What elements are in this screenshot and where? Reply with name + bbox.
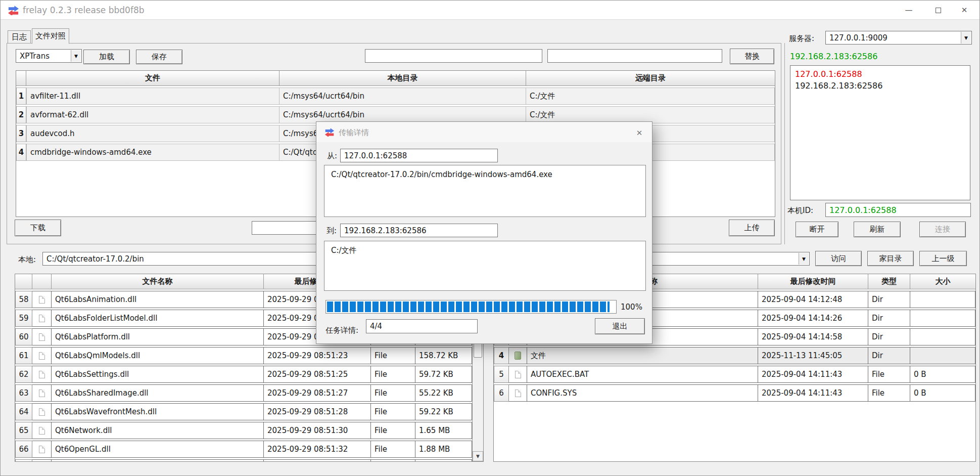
cell-modified[interactable]: 2025-09-04 14:14:26 — [758, 310, 868, 327]
table-row-selected[interactable]: 4 文件 2025-11-13 11:45:05 Dir — [494, 347, 975, 364]
table-row[interactable]: 6 CONFIG.SYS 2025-09-04 14:11:43 File 0 … — [494, 384, 975, 402]
cell-size[interactable]: 59.22 KB — [415, 403, 472, 420]
dialog-close-button[interactable]: ✕ — [633, 127, 646, 139]
cell-size[interactable] — [910, 328, 975, 345]
minimize-button[interactable]: — — [897, 1, 921, 20]
cell-type[interactable]: Dir — [868, 328, 910, 345]
cell-file[interactable]: audevcod.h — [26, 125, 279, 142]
cell-type[interactable]: File — [371, 366, 415, 383]
cell-type[interactable] — [371, 459, 415, 462]
replace-button[interactable]: 替换 — [730, 49, 774, 64]
cell-name[interactable]: Qt6LabsWavefrontMesh.dll — [52, 403, 264, 420]
table-row[interactable] — [15, 459, 473, 462]
cell-modified[interactable]: 2025-09-29 08:51:30 — [264, 422, 371, 439]
table-row[interactable]: 2 avformat-62.dll C:/msys64/ucrt64/bin C… — [16, 106, 775, 123]
cell-remote[interactable]: C:/文件 — [526, 106, 775, 123]
refresh-button[interactable]: 刷新 — [854, 222, 901, 237]
col-modified[interactable]: 最后修改时间 — [758, 274, 868, 289]
cell-size[interactable]: 55.22 KB — [415, 384, 472, 402]
find-input[interactable] — [365, 49, 542, 63]
visit-button[interactable]: 访问 — [815, 251, 862, 266]
col-type[interactable]: 类型 — [868, 274, 910, 289]
cell-name[interactable]: AUTOEXEC.BAT — [527, 366, 758, 383]
tab-log[interactable]: 日志 — [8, 30, 31, 43]
upload-button[interactable]: 上传 — [729, 220, 775, 236]
cell-modified[interactable]: 2025-09-04 14:11:43 — [758, 384, 868, 402]
cell-size[interactable]: 0 B — [910, 366, 975, 383]
cell-local[interactable]: C:/msys64/ucrt64/bin — [279, 88, 526, 105]
cell-type[interactable]: Dir — [868, 310, 910, 327]
profile-select[interactable]: XPTrans ▼ — [16, 49, 82, 63]
col-file[interactable]: 文件 — [26, 71, 279, 86]
cell-name[interactable]: Qt6LabsPlatform.dll — [52, 328, 264, 345]
up-level-button[interactable]: 上一级 — [919, 251, 967, 266]
maximize-button[interactable] — [926, 1, 950, 20]
cell-size[interactable] — [910, 310, 975, 327]
cell-modified[interactable]: 2025-09-04 14:11:43 — [758, 366, 868, 383]
cell-name[interactable]: Qt6LabsSharedImage.dll — [52, 384, 264, 402]
cell-size[interactable]: 59.72 KB — [415, 366, 472, 383]
cell-size[interactable] — [415, 459, 472, 462]
task-details-input[interactable]: 4/4 — [366, 319, 478, 333]
table-row[interactable]: 65 Qt6Network.dll 2025-09-29 08:51:30 Fi… — [15, 422, 473, 439]
table-row[interactable]: 61 Qt6LabsQmlModels.dll 2025-09-29 08:51… — [15, 347, 473, 364]
scroll-down-icon[interactable]: ▼ — [473, 451, 483, 461]
replace-input[interactable] — [547, 49, 722, 63]
table-row[interactable]: 66 Qt6OpenGL.dll 2025-09-29 08:51:32 Fil… — [15, 441, 473, 458]
from-input[interactable]: 127.0.0.1:62588 — [340, 149, 498, 162]
cell-name[interactable]: Qt6LabsQmlModels.dll — [52, 347, 264, 364]
load-button[interactable]: 加载 — [83, 50, 130, 64]
table-row[interactable]: 5 AUTOEXEC.BAT 2025-09-04 14:11:43 File … — [494, 366, 975, 383]
destination-path-box[interactable]: C:/文件 — [324, 241, 646, 291]
cell-name[interactable]: Qt6OpenGL.dll — [52, 441, 264, 458]
cell-name[interactable]: Qt6LabsFolderListModel.dll — [52, 310, 264, 327]
cell-type[interactable]: File — [371, 422, 415, 439]
cell-size[interactable]: 1.65 MB — [415, 422, 472, 439]
cell-type[interactable]: File — [868, 384, 910, 402]
cell-type[interactable]: File — [371, 384, 415, 402]
cell-type[interactable]: File — [371, 403, 415, 420]
cell-name[interactable]: 文件 — [527, 347, 758, 364]
cell-type[interactable]: File — [371, 347, 415, 364]
cell-file[interactable]: cmdbridge-windows-amd64.exe — [26, 144, 279, 161]
cell-file[interactable]: avformat-62.dll — [26, 106, 279, 123]
table-row[interactable]: 1 avfilter-11.dll C:/msys64/ucrt64/bin C… — [16, 88, 775, 105]
cell-modified[interactable]: 2025-09-29 08:51:27 — [264, 384, 371, 402]
close-button[interactable]: ✕ — [952, 1, 976, 20]
cell-name[interactable]: Qt6LabsAnimation.dll — [52, 291, 264, 308]
cell-modified[interactable]: 2025-09-04 14:12:48 — [758, 291, 868, 308]
source-path-box[interactable]: C:/Qt/qtcreator-17.0.2/bin/cmdbridge-win… — [324, 165, 646, 217]
cell-file[interactable]: avfilter-11.dll — [26, 88, 279, 105]
cell-size[interactable]: 158.72 KB — [415, 347, 472, 364]
download-button[interactable]: 下载 — [15, 220, 61, 236]
cell-modified[interactable]: 2025-09-04 14:14:58 — [758, 328, 868, 345]
col-local-dir[interactable]: 本地目录 — [279, 71, 526, 86]
table-row[interactable]: 63 Qt6LabsSharedImage.dll 2025-09-29 08:… — [15, 384, 473, 402]
cell-local[interactable]: C:/msys64/ucrt64/bin — [279, 106, 526, 123]
home-dir-button[interactable]: 家目录 — [867, 251, 914, 266]
cell-type[interactable]: File — [868, 366, 910, 383]
list-item[interactable]: 192.168.2.183:62586 — [795, 80, 965, 92]
col-size[interactable]: 大小 — [910, 274, 975, 289]
list-item[interactable]: 127.0.0.1:62588 — [795, 68, 965, 80]
cell-modified[interactable]: 2025-11-13 11:45:05 — [758, 347, 868, 364]
queue-input[interactable] — [252, 221, 325, 235]
cell-name[interactable]: CONFIG.SYS — [527, 384, 758, 402]
cell-modified[interactable]: 2025-09-29 08:51:28 — [264, 403, 371, 420]
client-list[interactable]: 127.0.0.1:62588 192.168.2.183:62586 — [790, 65, 970, 200]
cell-modified[interactable]: 2025-09-29 08:51:32 — [264, 441, 371, 458]
col-remote-dir[interactable]: 远端目录 — [526, 71, 775, 86]
tab-file-comparison[interactable]: 文件对照 — [32, 28, 69, 44]
cell-size[interactable] — [910, 347, 975, 364]
server-select[interactable]: 127.0.0.1:9009 ▼ — [825, 31, 972, 45]
exit-button[interactable]: 退出 — [595, 318, 645, 334]
save-button[interactable]: 保存 — [136, 50, 182, 64]
cell-name[interactable]: Qt6Network.dll — [52, 422, 264, 439]
cell-size[interactable] — [910, 291, 975, 308]
cell-modified[interactable] — [264, 459, 371, 462]
disconnect-button[interactable]: 断开 — [796, 222, 838, 237]
local-id-input[interactable]: 127.0.0.1:62588 — [825, 203, 971, 217]
cell-modified[interactable]: 2025-09-29 08:51:23 — [264, 347, 371, 364]
cell-name[interactable]: Qt6LabsSettings.dll — [52, 366, 264, 383]
to-input[interactable]: 192.168.2.183:62586 — [340, 224, 498, 237]
